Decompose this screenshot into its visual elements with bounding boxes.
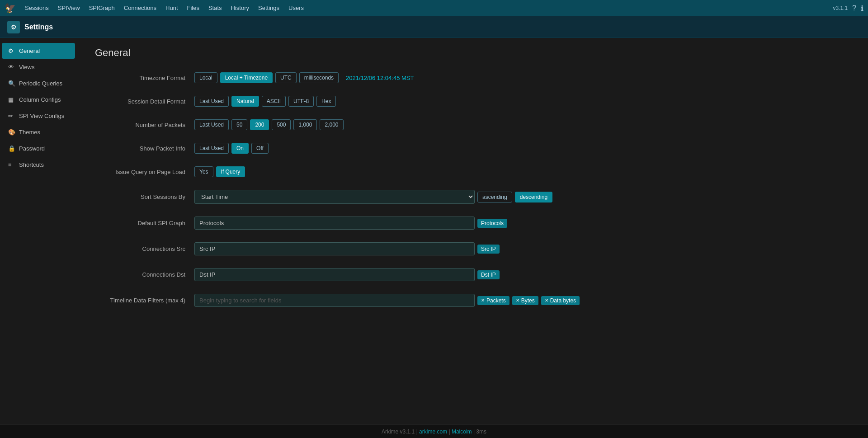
number-of-packets-label: Number of Packets [95,122,194,128]
connections-src-row: Connections Src Src IP [95,242,850,255]
connections-src-label: Connections Src [95,245,194,252]
connections-dst-row: Connections Dst Dst IP [95,268,850,281]
sort-sessions-select[interactable]: Start Time Stop Time Bytes Packets Data … [194,190,475,204]
sidebar-item-periodic-queries[interactable]: 🔍 Periodic Queries [2,75,75,91]
packet-info-last-used-button[interactable]: Last Used [194,143,229,154]
info-icon[interactable]: ℹ [861,4,863,13]
footer: Arkime v3.1.1 | arkime.com | Malcolm | 3… [0,424,868,438]
nav-history[interactable]: History [226,0,254,16]
number-of-packets-controls: Last Used 50 200 500 1,000 2,000 [194,119,344,130]
packets-200-button[interactable]: 200 [250,119,269,130]
default-spi-graph-controls: Protocols [194,217,507,230]
spi-view-configs-icon: ✏ [8,113,15,119]
packet-info-on-button[interactable]: On [231,143,249,154]
help-icon[interactable]: ? [852,4,856,12]
connections-dst-controls: Dst IP [194,268,500,281]
default-spi-graph-input[interactable] [194,217,475,230]
nav-spiview[interactable]: SPIView [53,0,85,16]
connections-src-input[interactable] [194,242,475,255]
sidebar-item-views[interactable]: 👁 Views [2,59,75,75]
sort-sessions-row: Sort Sessions By Start Time Stop Time By… [95,190,850,204]
views-icon: 👁 [8,64,15,71]
session-detail-hex-button[interactable]: Hex [316,96,336,107]
timezone-format-controls: Local Local + Timezone UTC milliseconds … [194,72,414,83]
session-detail-ascii-button[interactable]: ASCII [262,96,286,107]
session-detail-last-used-button[interactable]: Last Used [194,96,229,107]
settings-header: ⚙ Settings [0,16,868,38]
footer-link-malcolm[interactable]: Malcolm [452,429,472,435]
remove-data-bytes-icon[interactable]: ✕ [545,298,548,303]
bytes-tag-label: Bytes [521,297,535,304]
default-spi-graph-badge: Protocols [477,219,507,228]
sidebar-label-spi-view-configs: SPI View Configs [19,113,64,119]
connections-src-controls: Src IP [194,242,500,255]
sidebar-label-shortcuts: Shortcuts [19,161,44,168]
connections-src-badge: Src IP [477,245,500,254]
nav-hunt[interactable]: Hunt [161,0,182,16]
sidebar-item-themes[interactable]: 🎨 Themes [2,124,75,140]
issue-query-row: Issue Query on Page Load Yes If Query [95,166,850,177]
packets-last-used-button[interactable]: Last Used [194,119,229,130]
timeline-filters-input[interactable] [194,294,475,307]
nav-spigraph[interactable]: SPIGraph [85,0,119,16]
sidebar: ⚙ General 👁 Views 🔍 Periodic Queries ▦ C… [0,38,77,424]
password-icon: 🔒 [8,145,15,152]
sidebar-label-themes: Themes [19,129,40,136]
footer-text: Arkime v3.1.1 | [382,429,419,435]
packets-2000-button[interactable]: 2,000 [320,119,343,130]
issue-query-if-query-button[interactable]: If Query [216,166,245,177]
session-detail-utf8-button[interactable]: UTF-8 [288,96,314,107]
shortcuts-icon: ≡ [8,161,15,168]
connections-dst-badge: Dst IP [477,270,500,279]
timezone-utc-button[interactable]: UTC [275,72,297,83]
remove-packets-icon[interactable]: ✕ [481,298,485,303]
sidebar-item-password[interactable]: 🔒 Password [2,141,75,156]
sidebar-item-spi-view-configs[interactable]: ✏ SPI View Configs [2,108,75,124]
sort-descending-button[interactable]: descending [515,192,552,203]
session-detail-natural-button[interactable]: Natural [231,96,259,107]
issue-query-yes-button[interactable]: Yes [194,166,213,177]
main-content: General Timezone Format Local Local + Ti… [77,38,868,424]
timeline-filters-controls: ✕ Packets ✕ Bytes ✕ Data bytes [194,294,580,307]
nav-settings[interactable]: Settings [254,0,284,16]
sidebar-item-column-configs[interactable]: ▦ Column Configs [2,92,75,108]
timeline-tag-bytes[interactable]: ✕ Bytes [512,296,538,305]
timeline-tag-packets[interactable]: ✕ Packets [477,296,509,305]
footer-link-arkime[interactable]: arkime.com [419,429,447,435]
sidebar-item-shortcuts[interactable]: ≡ Shortcuts [2,157,75,173]
sidebar-label-password: Password [19,145,45,152]
number-of-packets-row: Number of Packets Last Used 50 200 500 1… [95,119,850,130]
session-detail-format-row: Session Detail Format Last Used Natural … [95,96,850,107]
timeline-filters-row: Timeline Data Filters (max 4) ✕ Packets … [95,294,850,307]
nav-users[interactable]: Users [284,0,308,16]
timezone-local-button[interactable]: Local [194,72,217,83]
themes-icon: 🎨 [8,129,15,136]
default-spi-graph-row: Default SPI Graph Protocols [95,217,850,230]
timezone-local-timezone-button[interactable]: Local + Timezone [220,72,273,83]
timezone-format-label: Timezone Format [95,75,194,81]
remove-bytes-icon[interactable]: ✕ [516,298,519,303]
packets-1000-button[interactable]: 1,000 [293,119,317,130]
sidebar-label-general: General [19,47,40,54]
sidebar-label-column-configs: Column Configs [19,96,61,103]
packet-info-off-button[interactable]: Off [251,143,269,154]
layout: ⚙ General 👁 Views 🔍 Periodic Queries ▦ C… [0,38,868,424]
timezone-milliseconds-button[interactable]: milliseconds [299,72,339,83]
sidebar-item-general[interactable]: ⚙ General [2,43,75,59]
nav-files[interactable]: Files [183,0,204,16]
sort-ascending-button[interactable]: ascending [477,192,512,203]
show-packet-info-label: Show Packet Info [95,145,194,152]
packets-50-button[interactable]: 50 [231,119,247,130]
settings-gear-icon: ⚙ [7,21,20,33]
connections-dst-input[interactable] [194,268,475,281]
nav-connections[interactable]: Connections [119,0,161,16]
general-icon: ⚙ [8,47,15,54]
top-nav: 🦅 Sessions SPIView SPIGraph Connections … [0,0,868,16]
nav-sessions[interactable]: Sessions [20,0,53,16]
packets-500-button[interactable]: 500 [272,119,291,130]
nav-stats[interactable]: Stats [204,0,226,16]
packets-tag-label: Packets [486,297,506,304]
issue-query-label: Issue Query on Page Load [95,169,194,175]
page-title: General [95,47,850,59]
timeline-tag-data-bytes[interactable]: ✕ Data bytes [541,296,580,305]
